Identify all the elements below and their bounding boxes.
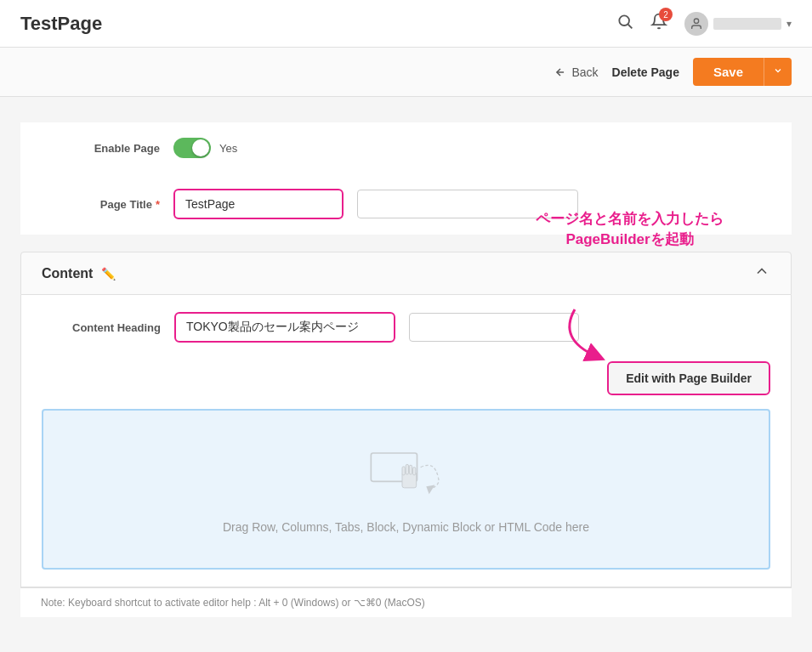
svg-marker-5 — [426, 485, 434, 495]
main-content: Enable Page Yes Page Title* ページ名と名前を入力した… — [0, 97, 812, 643]
back-button[interactable]: Back — [554, 65, 598, 79]
save-group: Save — [693, 58, 792, 86]
avatar — [684, 12, 708, 36]
edit-with-page-builder-button[interactable]: Edit with Page Builder — [607, 361, 770, 395]
content-title-group: Content ✏️ — [42, 266, 116, 281]
save-dropdown-button[interactable] — [764, 58, 792, 86]
page-title-label: Page Title* — [41, 198, 160, 211]
enable-page-label: Enable Page — [41, 142, 160, 155]
svg-rect-8 — [406, 464, 408, 474]
header-actions: 2 ▾ — [616, 12, 792, 36]
notification-badge: 2 — [659, 8, 673, 21]
drop-zone: Drag Row, Columns, Tabs, Block, Dynamic … — [42, 409, 770, 570]
svg-rect-9 — [409, 465, 412, 474]
search-icon[interactable] — [616, 13, 633, 34]
toolbar: Back Delete Page Save — [0, 48, 812, 97]
content-section-header: Content ✏️ — [20, 252, 792, 295]
save-button[interactable]: Save — [693, 58, 764, 86]
notification-icon[interactable]: 2 — [650, 13, 667, 34]
page-builder-button-row: Edit with Page Builder — [42, 356, 770, 409]
enable-page-toggle[interactable] — [173, 138, 211, 158]
content-heading-label: Content Heading — [42, 321, 161, 334]
content-heading-secondary-input[interactable] — [409, 313, 579, 342]
svg-rect-10 — [412, 468, 415, 475]
header: TestPage 2 ▾ — [0, 0, 812, 48]
toggle-knob — [192, 139, 209, 156]
svg-rect-7 — [402, 467, 405, 475]
page-title: TestPage — [20, 13, 102, 35]
svg-point-0 — [619, 15, 629, 26]
username-display — [713, 18, 781, 30]
footer-note: Note: Keyboard shortcut to activate edit… — [20, 587, 792, 617]
content-section: Content ✏️ Content Heading — [20, 252, 792, 587]
toggle-wrapper: Yes — [173, 138, 237, 158]
page-title-input[interactable] — [173, 189, 344, 219]
page-title-row: Page Title* — [20, 173, 792, 235]
user-menu[interactable]: ▾ — [684, 12, 792, 36]
edit-pencil-icon[interactable]: ✏️ — [101, 267, 116, 281]
user-menu-chevron: ▾ — [786, 18, 792, 30]
content-heading-input[interactable] — [174, 312, 395, 343]
drag-icon — [364, 445, 449, 507]
content-section-title: Content — [42, 266, 93, 281]
drag-illustration — [364, 445, 449, 504]
drop-zone-text: Drag Row, Columns, Tabs, Block, Dynamic … — [223, 520, 589, 534]
page-title-secondary-input[interactable] — [357, 190, 578, 218]
content-heading-row: Content Heading — [42, 312, 770, 343]
delete-page-button[interactable]: Delete Page — [612, 65, 679, 79]
enable-page-row: Enable Page Yes — [20, 122, 792, 173]
collapse-button[interactable] — [753, 263, 770, 284]
toggle-yes-label: Yes — [219, 142, 237, 155]
content-body: Content Heading E — [20, 295, 792, 587]
form-section: Enable Page Yes Page Title* — [20, 122, 792, 235]
svg-point-2 — [694, 19, 698, 23]
svg-line-1 — [628, 25, 633, 29]
required-star: * — [156, 198, 160, 211]
